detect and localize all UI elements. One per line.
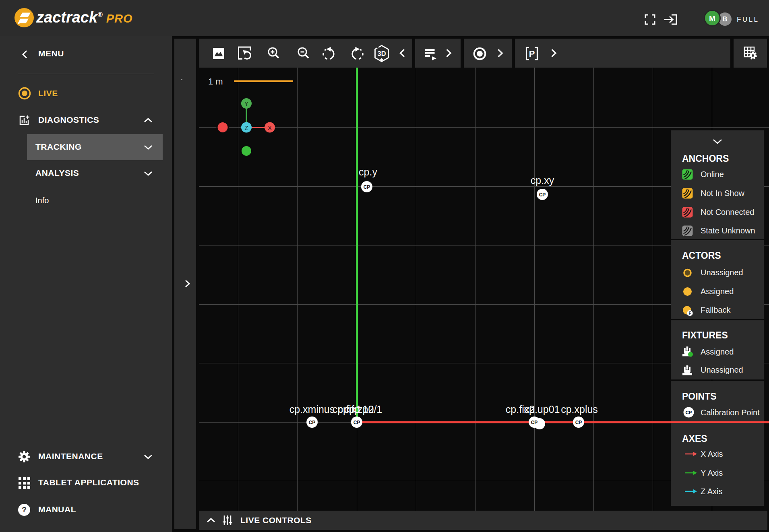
- svg-text:cp.y: cp.y: [359, 166, 377, 177]
- svg-text:X: X: [268, 124, 272, 131]
- svg-text:cp.xminus: cp.xminus: [289, 404, 335, 415]
- svg-text:Z: Z: [244, 124, 248, 131]
- svg-text:cp.xplus: cp.xplus: [561, 404, 598, 415]
- svg-text:cp.zp0/1: cp.zp0/1: [344, 404, 382, 415]
- svg-text:cp.xy: cp.xy: [531, 175, 554, 186]
- svg-text:Y: Y: [244, 100, 248, 107]
- svg-text:3D: 3D: [377, 50, 386, 57]
- svg-text:1 m: 1 m: [208, 76, 223, 87]
- svg-text:CP: CP: [686, 410, 692, 415]
- svg-text:F: F: [688, 311, 691, 315]
- svg-text:cp.up01: cp.up01: [524, 404, 560, 415]
- svg-text:P: P: [529, 49, 535, 59]
